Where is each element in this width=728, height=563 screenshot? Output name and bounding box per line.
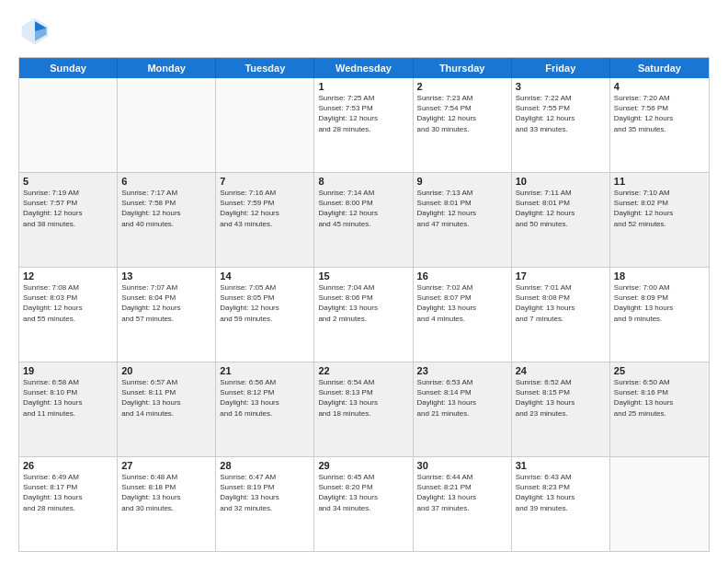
calendar-body: 1Sunrise: 7:25 AM Sunset: 7:53 PM Daylig… (19, 78, 709, 551)
calendar-row: 12Sunrise: 7:08 AM Sunset: 8:03 PM Dayli… (19, 267, 709, 362)
day-number: 15 (318, 270, 408, 282)
calendar-row: 1Sunrise: 7:25 AM Sunset: 7:53 PM Daylig… (19, 78, 709, 172)
day-info: Sunrise: 7:02 AM Sunset: 8:07 PM Dayligh… (417, 282, 507, 324)
day-info: Sunrise: 7:05 AM Sunset: 8:05 PM Dayligh… (220, 282, 310, 324)
calendar-cell: 16Sunrise: 7:02 AM Sunset: 8:07 PM Dayli… (414, 268, 512, 362)
day-number: 23 (417, 365, 507, 376)
day-info: Sunrise: 6:44 AM Sunset: 8:21 PM Dayligh… (417, 472, 507, 513)
day-number: 20 (121, 365, 211, 376)
calendar-cell: 12Sunrise: 7:08 AM Sunset: 8:03 PM Dayli… (19, 268, 118, 362)
calendar-cell: 6Sunrise: 7:17 AM Sunset: 7:58 PM Daylig… (118, 173, 216, 267)
calendar-cell: 30Sunrise: 6:44 AM Sunset: 8:21 PM Dayli… (414, 457, 512, 551)
calendar-cell: 10Sunrise: 7:11 AM Sunset: 8:01 PM Dayli… (512, 173, 610, 267)
day-info: Sunrise: 6:48 AM Sunset: 8:18 PM Dayligh… (121, 472, 211, 513)
calendar-cell: 27Sunrise: 6:48 AM Sunset: 8:18 PM Dayli… (118, 457, 216, 551)
calendar-cell: 1Sunrise: 7:25 AM Sunset: 7:53 PM Daylig… (314, 78, 413, 172)
day-number: 12 (23, 270, 113, 282)
calendar-cell: 4Sunrise: 7:20 AM Sunset: 7:56 PM Daylig… (610, 78, 709, 172)
day-number: 22 (318, 365, 408, 376)
calendar-cell: 25Sunrise: 6:50 AM Sunset: 8:16 PM Dayli… (610, 362, 709, 456)
logo-icon (18, 15, 51, 48)
day-number: 8 (318, 176, 408, 187)
day-number: 7 (220, 176, 310, 187)
day-number: 26 (23, 460, 113, 471)
day-number: 27 (121, 460, 211, 471)
calendar-cell: 2Sunrise: 7:23 AM Sunset: 7:54 PM Daylig… (414, 78, 512, 172)
day-info: Sunrise: 7:20 AM Sunset: 7:56 PM Dayligh… (614, 93, 705, 134)
day-number: 30 (417, 460, 507, 471)
day-number: 16 (417, 270, 507, 282)
day-number: 10 (516, 176, 606, 187)
day-number: 4 (614, 81, 705, 92)
day-info: Sunrise: 7:16 AM Sunset: 7:59 PM Dayligh… (220, 188, 310, 229)
calendar-cell: 8Sunrise: 7:14 AM Sunset: 8:00 PM Daylig… (314, 173, 413, 267)
day-info: Sunrise: 6:52 AM Sunset: 8:15 PM Dayligh… (516, 377, 606, 419)
day-info: Sunrise: 6:58 AM Sunset: 8:10 PM Dayligh… (23, 377, 113, 419)
day-info: Sunrise: 6:57 AM Sunset: 8:11 PM Dayligh… (121, 377, 211, 419)
day-info: Sunrise: 7:08 AM Sunset: 8:03 PM Dayligh… (23, 282, 113, 324)
day-info: Sunrise: 7:13 AM Sunset: 8:01 PM Dayligh… (417, 188, 507, 229)
day-number: 31 (516, 460, 606, 471)
day-info: Sunrise: 7:01 AM Sunset: 8:08 PM Dayligh… (516, 282, 606, 324)
calendar-cell: 24Sunrise: 6:52 AM Sunset: 8:15 PM Dayli… (512, 362, 610, 456)
day-info: Sunrise: 7:19 AM Sunset: 7:57 PM Dayligh… (23, 188, 113, 229)
calendar-cell: 29Sunrise: 6:45 AM Sunset: 8:20 PM Dayli… (314, 457, 413, 551)
day-number: 9 (417, 176, 507, 187)
day-info: Sunrise: 7:00 AM Sunset: 8:09 PM Dayligh… (614, 282, 705, 324)
day-number: 6 (121, 176, 211, 187)
day-number: 3 (516, 81, 606, 92)
header (18, 15, 710, 48)
calendar-cell: 5Sunrise: 7:19 AM Sunset: 7:57 PM Daylig… (19, 173, 118, 267)
day-number: 2 (417, 81, 507, 92)
calendar-day-header: Wednesday (314, 58, 413, 78)
logo (18, 15, 55, 48)
day-number: 1 (318, 81, 408, 92)
day-info: Sunrise: 7:07 AM Sunset: 8:04 PM Dayligh… (121, 282, 211, 324)
day-info: Sunrise: 6:53 AM Sunset: 8:14 PM Dayligh… (417, 377, 507, 419)
calendar-cell (118, 78, 216, 172)
day-info: Sunrise: 7:17 AM Sunset: 7:58 PM Dayligh… (121, 188, 211, 229)
day-info: Sunrise: 7:10 AM Sunset: 8:02 PM Dayligh… (614, 188, 705, 229)
calendar-cell: 19Sunrise: 6:58 AM Sunset: 8:10 PM Dayli… (19, 362, 118, 456)
day-number: 29 (318, 460, 408, 471)
calendar-header: SundayMondayTuesdayWednesdayThursdayFrid… (19, 58, 709, 78)
calendar-cell (610, 457, 709, 551)
day-number: 28 (220, 460, 310, 471)
day-number: 24 (516, 365, 606, 376)
calendar-cell: 7Sunrise: 7:16 AM Sunset: 7:59 PM Daylig… (216, 173, 314, 267)
day-number: 18 (614, 270, 705, 282)
calendar-cell: 28Sunrise: 6:47 AM Sunset: 8:19 PM Dayli… (216, 457, 314, 551)
day-info: Sunrise: 7:14 AM Sunset: 8:00 PM Dayligh… (318, 188, 408, 229)
calendar-cell: 26Sunrise: 6:49 AM Sunset: 8:17 PM Dayli… (19, 457, 118, 551)
calendar-cell: 9Sunrise: 7:13 AM Sunset: 8:01 PM Daylig… (414, 173, 512, 267)
day-number: 14 (220, 270, 310, 282)
calendar-day-header: Saturday (610, 58, 709, 78)
calendar-cell: 20Sunrise: 6:57 AM Sunset: 8:11 PM Dayli… (118, 362, 216, 456)
calendar-cell: 3Sunrise: 7:22 AM Sunset: 7:55 PM Daylig… (512, 78, 610, 172)
day-number: 19 (23, 365, 113, 376)
day-number: 5 (23, 176, 113, 187)
calendar-day-header: Friday (512, 58, 610, 78)
day-info: Sunrise: 6:56 AM Sunset: 8:12 PM Dayligh… (220, 377, 310, 419)
day-number: 21 (220, 365, 310, 376)
day-number: 25 (614, 365, 705, 376)
day-info: Sunrise: 6:45 AM Sunset: 8:20 PM Dayligh… (318, 472, 408, 513)
calendar-cell: 14Sunrise: 7:05 AM Sunset: 8:05 PM Dayli… (216, 268, 314, 362)
page: SundayMondayTuesdayWednesdayThursdayFrid… (0, 0, 728, 563)
day-info: Sunrise: 6:50 AM Sunset: 8:16 PM Dayligh… (614, 377, 705, 419)
day-info: Sunrise: 7:11 AM Sunset: 8:01 PM Dayligh… (516, 188, 606, 229)
calendar-cell: 23Sunrise: 6:53 AM Sunset: 8:14 PM Dayli… (414, 362, 512, 456)
calendar-cell: 13Sunrise: 7:07 AM Sunset: 8:04 PM Dayli… (118, 268, 216, 362)
calendar-day-header: Thursday (414, 58, 512, 78)
calendar-cell (19, 78, 118, 172)
day-number: 13 (121, 270, 211, 282)
day-info: Sunrise: 7:23 AM Sunset: 7:54 PM Dayligh… (417, 93, 507, 134)
day-info: Sunrise: 6:54 AM Sunset: 8:13 PM Dayligh… (318, 377, 408, 419)
calendar-day-header: Sunday (19, 58, 118, 78)
calendar-cell: 17Sunrise: 7:01 AM Sunset: 8:08 PM Dayli… (512, 268, 610, 362)
day-info: Sunrise: 6:49 AM Sunset: 8:17 PM Dayligh… (23, 472, 113, 513)
calendar-day-header: Monday (118, 58, 216, 78)
day-info: Sunrise: 6:43 AM Sunset: 8:23 PM Dayligh… (516, 472, 606, 513)
calendar-cell: 31Sunrise: 6:43 AM Sunset: 8:23 PM Dayli… (512, 457, 610, 551)
day-info: Sunrise: 7:04 AM Sunset: 8:06 PM Dayligh… (318, 282, 408, 324)
